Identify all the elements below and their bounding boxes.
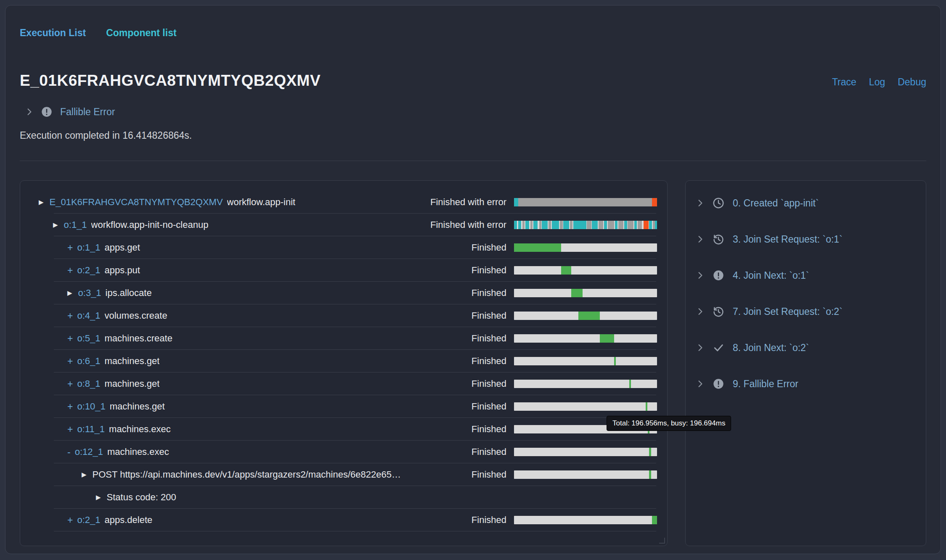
table-row[interactable]: + o:2_1 apps.delete Finished xyxy=(30,509,657,531)
expand-caret-icon[interactable]: ▶ xyxy=(96,494,101,501)
log-link[interactable]: Log xyxy=(869,77,885,88)
check-icon xyxy=(712,342,725,354)
expand-caret-icon[interactable]: ▶ xyxy=(67,289,72,297)
fallible-error-row[interactable]: Fallible Error xyxy=(20,105,926,119)
row-label: machines.exec xyxy=(107,446,169,457)
chevron-right-icon[interactable] xyxy=(697,272,704,279)
list-item[interactable]: 4. Join Next: `o:1` xyxy=(697,257,915,293)
row-link[interactable]: o:2_1 xyxy=(77,265,100,276)
expand-caret-icon[interactable]: ▶ xyxy=(39,198,44,206)
execution-tree: ▶ E_01K6FRAHGVCA8TNYMTYQB2QXMV workflow.… xyxy=(30,191,657,531)
row-progressbar xyxy=(514,266,657,275)
toggle-prefix[interactable]: - xyxy=(67,446,71,458)
row-label: ips.allocate xyxy=(106,288,152,298)
toggle-prefix[interactable]: + xyxy=(67,378,73,390)
alert-icon xyxy=(712,269,725,281)
row-link[interactable]: o:6_1 xyxy=(77,356,100,367)
row-label: machines.create xyxy=(105,333,172,344)
row-progressbar xyxy=(514,289,657,297)
row-link[interactable]: o:4_1 xyxy=(77,310,100,321)
row-link[interactable]: o:1_1 xyxy=(64,219,87,230)
row-link[interactable]: o:12_1 xyxy=(75,446,103,457)
toggle-prefix[interactable]: + xyxy=(67,356,73,367)
event-label: 3. Join Set Request: `o:1` xyxy=(733,234,843,245)
table-row[interactable]: ▶ POST https://api.machines.dev/v1/apps/… xyxy=(30,463,657,486)
list-item[interactable]: 8. Join Next: `o:2` xyxy=(697,330,915,366)
debug-link[interactable]: Debug xyxy=(898,77,926,88)
fallible-error-label: Fallible Error xyxy=(60,106,115,118)
trace-link[interactable]: Trace xyxy=(832,77,856,88)
row-link[interactable]: o:2_1 xyxy=(77,515,100,526)
toggle-prefix[interactable]: + xyxy=(67,242,73,254)
table-row[interactable]: + o:2_1 apps.put Finished xyxy=(30,259,657,282)
row-status: Finished xyxy=(401,515,506,526)
list-item[interactable]: 9. Fallible Error xyxy=(697,366,915,402)
table-row[interactable]: + o:6_1 machines.get Finished xyxy=(30,350,657,372)
row-label: apps.delete xyxy=(105,515,153,526)
tab-component-list[interactable]: Component list xyxy=(106,27,176,39)
table-row[interactable]: + o:10_1 machines.get Finished xyxy=(30,395,657,418)
table-row[interactable]: ▶ o:3_1 ips.allocate Finished xyxy=(30,282,657,304)
toggle-prefix[interactable]: + xyxy=(67,401,73,412)
row-label: apps.put xyxy=(105,265,140,276)
row-progressbar xyxy=(514,198,657,206)
table-row[interactable]: + o:11_1 machines.exec Finished xyxy=(30,418,657,441)
chevron-right-icon[interactable] xyxy=(697,380,704,388)
row-progressbar xyxy=(514,448,657,456)
row-link[interactable]: E_01K6FRAHGVCA8TNYMTYQB2QXMV xyxy=(50,197,223,208)
clock-icon xyxy=(712,197,725,209)
table-row[interactable]: + o:1_1 apps.get Finished xyxy=(30,236,657,259)
row-progressbar xyxy=(514,402,657,411)
row-link[interactable]: o:10_1 xyxy=(77,401,105,412)
row-link[interactable]: o:1_1 xyxy=(77,242,100,253)
row-link[interactable]: o:8_1 xyxy=(77,378,100,389)
row-link[interactable]: o:3_1 xyxy=(78,288,101,298)
table-row[interactable]: ▶ o:1_1 workflow.app-init-no-cleanup Fin… xyxy=(30,214,657,236)
tab-execution-list[interactable]: Execution List xyxy=(20,27,86,39)
list-item[interactable]: 7. Join Set Request: `o:2` xyxy=(697,293,915,330)
alert-icon xyxy=(712,378,725,390)
row-status: Finished xyxy=(401,424,506,435)
toggle-prefix[interactable]: + xyxy=(67,515,73,526)
chevron-right-icon[interactable] xyxy=(26,108,33,116)
row-status: Finished xyxy=(401,288,506,298)
row-label: Status code: 200 xyxy=(107,492,176,503)
list-item[interactable]: 0. Created `app-init` xyxy=(697,185,915,221)
header-row: E_01K6FRAHGVCA8TNYMTYQB2QXMV Trace Log D… xyxy=(20,72,926,90)
row-status: Finished with error xyxy=(401,197,506,208)
event-label: 9. Fallible Error xyxy=(733,378,798,390)
row-label: machines.get xyxy=(110,401,165,412)
toggle-prefix[interactable]: + xyxy=(67,424,73,435)
history-icon xyxy=(712,233,725,246)
table-row[interactable]: ▶ E_01K6FRAHGVCA8TNYMTYQB2QXMV workflow.… xyxy=(30,191,657,214)
expand-caret-icon[interactable]: ▶ xyxy=(53,221,58,229)
resize-handle[interactable] xyxy=(659,538,665,544)
row-link[interactable]: o:5_1 xyxy=(77,333,100,344)
table-row[interactable]: + o:8_1 machines.get Finished xyxy=(30,372,657,395)
list-item[interactable]: 3. Join Set Request: `o:1` xyxy=(697,221,915,257)
row-status: Finished with error xyxy=(401,219,506,230)
table-row[interactable]: + o:5_1 machines.create Finished xyxy=(30,327,657,350)
row-label: POST https://api.machines.dev/v1/apps/st… xyxy=(93,469,401,480)
table-row[interactable]: - o:12_1 machines.exec Finished xyxy=(30,441,657,463)
toggle-prefix[interactable]: + xyxy=(67,333,73,344)
row-label: machines.exec xyxy=(109,424,171,435)
header-links: Trace Log Debug xyxy=(832,77,926,90)
chevron-right-icon[interactable] xyxy=(697,199,704,207)
row-status: Finished xyxy=(401,469,506,480)
event-label: 7. Join Set Request: `o:2` xyxy=(733,306,843,317)
table-row[interactable]: ▶ Status code: 200 xyxy=(30,486,657,509)
chevron-right-icon[interactable] xyxy=(697,308,704,315)
toggle-prefix[interactable]: + xyxy=(67,265,73,276)
toggle-prefix[interactable]: + xyxy=(67,310,73,322)
row-status: Finished xyxy=(401,446,506,457)
event-label: 0. Created `app-init` xyxy=(733,198,819,209)
chevron-right-icon[interactable] xyxy=(697,235,704,243)
row-label: machines.get xyxy=(105,378,160,389)
table-row[interactable]: + o:4_1 volumes.create Finished xyxy=(30,304,657,327)
content-panels: ▶ E_01K6FRAHGVCA8TNYMTYQB2QXMV workflow.… xyxy=(20,180,926,546)
row-link[interactable]: o:11_1 xyxy=(77,424,105,435)
expand-caret-icon[interactable]: ▶ xyxy=(82,471,87,478)
chevron-right-icon[interactable] xyxy=(697,344,704,351)
event-history-panel: 0. Created `app-init` 3. Join Set Reques… xyxy=(685,180,926,546)
